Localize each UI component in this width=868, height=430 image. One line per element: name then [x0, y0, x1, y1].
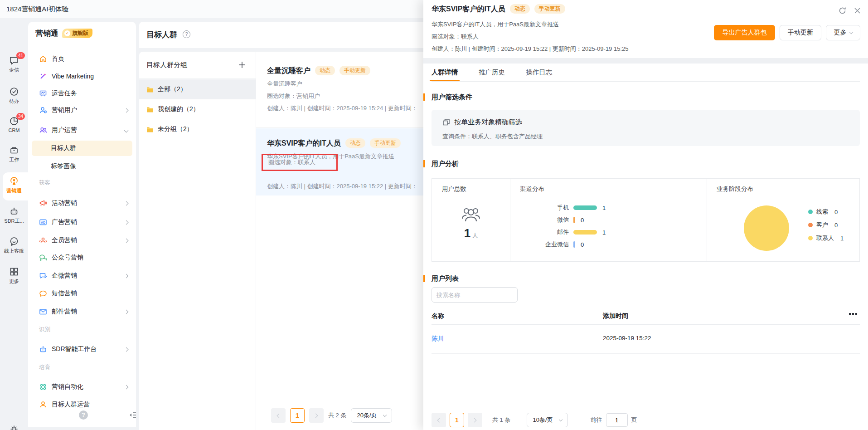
channel-bar-row: 企业微信0	[518, 241, 708, 248]
window-title: 1824营销通AI初体验	[6, 5, 69, 14]
task-board-icon	[39, 89, 47, 98]
column-added-time: 添加时间	[603, 312, 628, 320]
vip-check-icon: ✓	[64, 30, 70, 36]
sidebar-item-marketing-users[interactable]: 营销用户	[32, 103, 132, 117]
flagship-badge: ✓旗舰版	[62, 29, 92, 38]
nav-section-acquisition: 获客	[39, 179, 50, 187]
prev-page-button[interactable]	[271, 408, 286, 423]
total-users-block: 用户总数 1人	[432, 179, 510, 261]
app-rail: 企信 41 待办 CRM 34 工作 营销通 SDR工... 线上客服 更多	[0, 18, 28, 430]
close-icon[interactable]	[853, 6, 862, 15]
sidebar-item-operation-tasks[interactable]: 运营任务	[32, 87, 132, 100]
gear-icon	[9, 424, 19, 430]
channel-bar-row: 邮件1	[518, 229, 708, 236]
sidebar-nav: 营销通 ✓旗舰版 首页 Vibe Marketing 运营任务 营销用户 用户运…	[28, 22, 136, 427]
tab-operation-log[interactable]: 操作日志	[526, 64, 552, 81]
help-icon[interactable]: ?	[79, 410, 88, 420]
search-input[interactable]	[432, 287, 518, 303]
divider	[109, 409, 109, 421]
chevron-right-icon	[124, 385, 129, 389]
rail-item-todo[interactable]: 待办	[0, 87, 28, 105]
next-page-button[interactable]	[309, 408, 324, 423]
rail-item-online-service[interactable]: 线上客服	[0, 236, 28, 254]
sidebar-item-ad-marketing[interactable]: AD 广告营销	[32, 215, 132, 229]
sidebar-item-event-marketing[interactable]: 活动营销	[32, 196, 132, 210]
robot-icon	[39, 345, 47, 353]
sidebar-item-sdr-workbench[interactable]: SDR智能工作台	[32, 342, 132, 356]
analysis-section-title: 用户分析	[432, 160, 459, 168]
prev-page-button[interactable]	[432, 413, 446, 427]
sidebar-item-marketing-automation[interactable]: 营销自动化	[32, 380, 132, 394]
tab-audience-detail[interactable]: 人群详情	[432, 64, 458, 81]
goto-page-input[interactable]	[606, 413, 628, 427]
folder-icon	[146, 127, 154, 132]
section-marker	[423, 275, 425, 282]
user-added-time: 2025-09-19 15:22	[603, 335, 651, 342]
chevron-down-icon	[124, 128, 129, 132]
list-pagination: 1 共 2 条 20条/页	[271, 408, 425, 423]
briefcase-icon	[9, 145, 19, 155]
section-marker	[423, 160, 425, 167]
total-count: 共 1 条	[492, 416, 510, 424]
tag-manual-update: 手动更新	[370, 138, 401, 148]
sidebar-item-target-audience[interactable]: 目标人群	[32, 141, 132, 156]
chevron-right-icon	[124, 309, 129, 314]
group-item-created-by-me[interactable]: 我创建的（2）	[139, 99, 256, 119]
smile-chat-icon	[9, 236, 19, 246]
more-button[interactable]: 更多	[826, 25, 860, 40]
audience-card-sleeping-customers[interactable]: 全量沉睡客户动态手动更新 全量沉睡客户 圈选对象：营销用户 创建人：陈川 | 创…	[256, 52, 426, 128]
help-question-icon[interactable]: ?	[183, 30, 190, 38]
audience-meta: 创建人：陈川 | 创建时间：2025-09-19 15:22 | 更新时间：	[267, 182, 426, 191]
sidebar-item-email-marketing[interactable]: 邮件营销	[32, 305, 132, 318]
add-group-icon[interactable]	[237, 60, 247, 70]
broadcast-icon	[9, 176, 19, 186]
audience-card-svip-it[interactable]: 华东SVIP客户的IT人员动态手动更新 华东SVIP客户的IT人员，用于PaaS…	[256, 128, 426, 195]
user-name-link[interactable]: 陈川	[432, 335, 444, 343]
page-size-select[interactable]: 20条/页	[351, 408, 392, 423]
goto-suffix: 页	[631, 416, 637, 424]
rail-item-crm[interactable]: CRM 34	[0, 116, 28, 133]
audience-panel: 目标人群分组 全部（2） 我创建的（2） 未分组（2） 全量沉睡客户动态手动更新…	[139, 52, 426, 430]
drawer-desc: 华东SVIP客户的IT人员，用于PaaS最新文章推送	[432, 20, 559, 29]
rail-item-work[interactable]: 工作	[0, 145, 28, 163]
legend-item: 客户0	[808, 221, 838, 229]
current-page[interactable]: 1	[450, 413, 464, 427]
page-size-select[interactable]: 10条/页	[527, 413, 567, 427]
wecom-chat-icon	[39, 272, 47, 280]
sidebar-item-home[interactable]: 首页	[32, 52, 132, 66]
rail-item-marketing[interactable]: 营销通	[0, 176, 28, 194]
rail-item-more[interactable]: 更多	[0, 267, 28, 285]
home-icon	[39, 55, 47, 63]
check-circle-icon	[9, 87, 19, 97]
rail-item-sdr[interactable]: SDR工...	[0, 206, 28, 225]
envelope-icon	[39, 308, 47, 316]
group-item-all[interactable]: 全部（2）	[139, 79, 256, 99]
tag-manual-update: 手动更新	[339, 66, 370, 75]
group-item-ungrouped[interactable]: 未分组（2）	[139, 119, 256, 139]
sidebar-item-official-account-marketing[interactable]: 公众号营销	[32, 251, 132, 264]
sidebar-item-vibe-marketing[interactable]: Vibe Marketing	[32, 69, 132, 83]
drawer-meta: 创建人：陈川 | 创建时间：2025-09-19 15:22 | 更新时间：20…	[432, 45, 628, 53]
sidebar-item-sms-marketing[interactable]: 短信营销	[32, 287, 132, 300]
total-users-label: 用户总数	[442, 185, 466, 193]
tab-promotion-history[interactable]: 推广历史	[479, 64, 505, 81]
drawer-title: 华东SVIP客户的IT人员动态手动更新	[432, 4, 565, 14]
divider-band	[423, 58, 868, 64]
manual-update-button[interactable]: 手动更新	[780, 25, 821, 40]
refresh-icon[interactable]	[838, 6, 847, 15]
sidebar-item-user-operation[interactable]: 用户运营	[32, 123, 132, 137]
export-ad-audience-button[interactable]: 导出广告人群包	[714, 25, 775, 40]
sidebar-item-all-staff-marketing[interactable]: 全员营销	[32, 234, 132, 247]
column-settings-icon[interactable]	[849, 313, 857, 315]
page-title: 目标人群	[146, 29, 177, 40]
rail-item-qixin[interactable]: 企信 41	[0, 55, 28, 73]
rail-settings[interactable]	[0, 424, 28, 430]
sidebar-item-wecom-marketing[interactable]: 企微营销	[32, 269, 132, 283]
sidebar-item-tag-portrait[interactable]: 标签画像	[32, 160, 132, 173]
current-page[interactable]: 1	[290, 408, 305, 423]
collapse-sidebar-icon[interactable]	[129, 410, 136, 420]
chevron-right-icon	[124, 347, 129, 352]
group-panel: 目标人群分组 全部（2） 我创建的（2） 未分组（2）	[139, 52, 256, 430]
nav-section-nurture: 培育	[39, 364, 50, 371]
next-page-button[interactable]	[468, 413, 482, 427]
